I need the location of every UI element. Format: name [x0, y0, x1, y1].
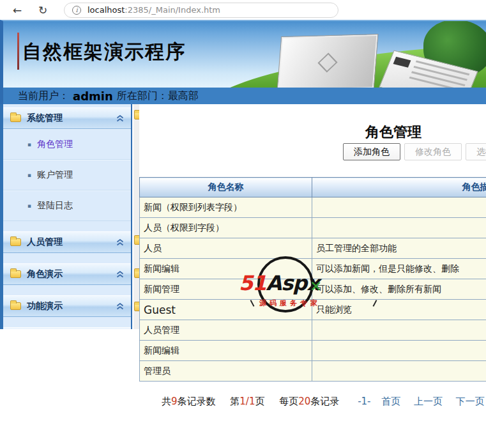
watermark-tick [250, 300, 255, 307]
table-row[interactable]: 新闻（权限到列表字段） [140, 197, 486, 218]
collapse-chevron-icon [116, 271, 124, 278]
select-role-button: 选择角色 [466, 143, 486, 160]
banner: 自然框架演示程序 [0, 20, 486, 88]
sidebar-group-label: 角色演示 [27, 268, 63, 280]
page-value: 1/1 [239, 396, 255, 407]
total-suffix: 条记录数 [178, 396, 216, 408]
per-page-suffix: 条记录 [310, 396, 339, 408]
sidebar-submenu-system: ▪ 角色管理 ▪ 账户管理 ▪ 登陆日志 [3, 129, 131, 221]
watermark-green-x-icon: ✕ [310, 278, 321, 295]
sidebar-group-label: 人员管理 [27, 236, 63, 248]
page-title: 角色管理 [139, 123, 486, 142]
sidebar-group-system[interactable]: 系统管理 [3, 107, 131, 129]
sidebar: 系统管理 ▪ 角色管理 ▪ 账户管理 ▪ 登陆日志 人员管理 [0, 104, 132, 329]
current-user-label: 当前用户： [18, 89, 69, 103]
watermark-tagline: 源码服务专家 [259, 298, 321, 308]
role-desc-cell: 员工管理的全部功能 [312, 238, 486, 259]
per-page-count: 20 [298, 396, 310, 407]
collapse-chevron-icon [116, 115, 124, 122]
modify-role-button: 修改角色 [404, 143, 462, 160]
role-management-panel: 角色管理 添加角色 修改角色 选择角色 角色名称 角色描述 新闻（权限到列表字段… [139, 105, 486, 423]
user-status-bar: 当前用户： admin 所在部门： 最高部 [0, 88, 486, 104]
watermark-brand: 51Aspx✕ [239, 271, 331, 295]
sidebar-group-label: 功能演示 [27, 300, 63, 312]
banner-accent-line [17, 33, 19, 70]
folder-icon [10, 114, 21, 122]
first-page-link[interactable]: 首页 [381, 396, 400, 408]
next-page-link[interactable]: 下一页 [456, 396, 485, 408]
role-name-cell: 人员（权限到字段） [140, 218, 312, 238]
site-title: 自然框架演示程序 [22, 39, 186, 65]
current-page-indicator: -1- [358, 396, 370, 407]
role-name-cell: 新闻编辑 [140, 341, 312, 361]
table-row[interactable]: 人员（权限到字段） [140, 218, 486, 238]
sidebar-item-account-manage[interactable]: ▪ 账户管理 [3, 160, 131, 190]
role-name-cell: 管理员 [140, 361, 312, 382]
refresh-icon[interactable]: ↻ [33, 4, 52, 17]
sidebar-item-label: 账户管理 [37, 169, 73, 181]
folder-icon [134, 112, 139, 120]
51aspx-watermark: 51Aspx✕ 源码服务专家 [236, 256, 396, 328]
prev-page-link[interactable]: 上一页 [414, 396, 443, 408]
role-name-cell: 新闻（权限到列表字段） [140, 197, 312, 218]
sidebar-group-role-demo[interactable]: 角色演示 [3, 263, 131, 285]
bullet-icon: ▪ [27, 172, 31, 178]
sidebar-item-label: 角色管理 [37, 139, 73, 150]
laptop-logo-icon [317, 52, 337, 72]
role-desc-cell [312, 361, 486, 382]
toolbar: 添加角色 修改角色 选择角色 [343, 143, 486, 160]
table-header-row: 角色名称 角色描述 [140, 178, 486, 197]
sidebar-item-login-log[interactable]: ▪ 登陆日志 [3, 190, 131, 221]
folder-icon [10, 238, 21, 246]
table-row[interactable]: 新闻编辑 [140, 341, 486, 361]
watermark-tick [373, 300, 377, 307]
bullet-icon: ▪ [27, 141, 31, 148]
department-value: 最高部 [168, 89, 199, 103]
browser-toolbar: ← ↻ i localhost:2385/_Main/Index.htm [0, 0, 486, 20]
pagination-bar: 共9条记录数 第1/1页 每页20条记录 -1- 首页 上一页 下一页 [162, 396, 485, 408]
page: ← ↻ i localhost:2385/_Main/Index.htm 自然框… [0, 0, 486, 448]
department-label: 所在部门： [117, 89, 168, 103]
sidebar-group-function-demo[interactable]: 功能演示 [3, 295, 131, 317]
folder-icon [134, 237, 139, 245]
role-desc-cell [312, 341, 486, 361]
newspaper-masthead [393, 57, 411, 68]
hidden-menu-sliver [133, 104, 139, 329]
total-label: 共 [162, 396, 171, 408]
back-icon[interactable]: ← [8, 4, 27, 17]
sidebar-item-role-manage[interactable]: ▪ 角色管理 [3, 129, 131, 160]
sidebar-group-personnel[interactable]: 人员管理 [3, 231, 131, 253]
sidebar-group-label: 系统管理 [27, 112, 63, 124]
url-path: :2385/_Main/Index.htm [125, 5, 220, 15]
watermark-51: 51 [239, 271, 266, 295]
folder-icon [134, 304, 139, 311]
url-text: localhost:2385/_Main/Index.htm [87, 5, 220, 15]
collapse-chevron-icon [116, 303, 124, 310]
folder-icon [10, 302, 21, 310]
address-bar[interactable]: i localhost:2385/_Main/Index.htm [64, 3, 338, 18]
sidebar-item-label: 登陆日志 [37, 200, 73, 212]
column-header-role-desc: 角色描述 [312, 178, 486, 197]
per-page-label: 每页 [279, 396, 298, 408]
sidebar-group-partial [3, 327, 131, 329]
role-name-cell: 人员 [140, 238, 312, 259]
url-host: localhost [87, 5, 125, 15]
laptop-image [277, 34, 378, 88]
collapse-chevron-icon [116, 239, 124, 246]
bullet-icon: ▪ [27, 203, 31, 209]
current-username: admin [73, 89, 113, 103]
page-label: 第 [230, 396, 239, 408]
add-role-button[interactable]: 添加角色 [343, 143, 400, 160]
table-row[interactable]: 人员员工管理的全部功能 [140, 238, 486, 259]
role-desc-cell [312, 218, 486, 238]
column-header-role-name: 角色名称 [140, 178, 312, 197]
table-row[interactable]: 管理员 [140, 361, 486, 382]
total-count: 9 [171, 396, 178, 407]
site-info-icon[interactable]: i [72, 6, 81, 15]
page-suffix: 页 [255, 396, 264, 408]
folder-icon [134, 270, 139, 278]
role-desc-cell [312, 197, 486, 218]
folder-icon [10, 270, 21, 278]
